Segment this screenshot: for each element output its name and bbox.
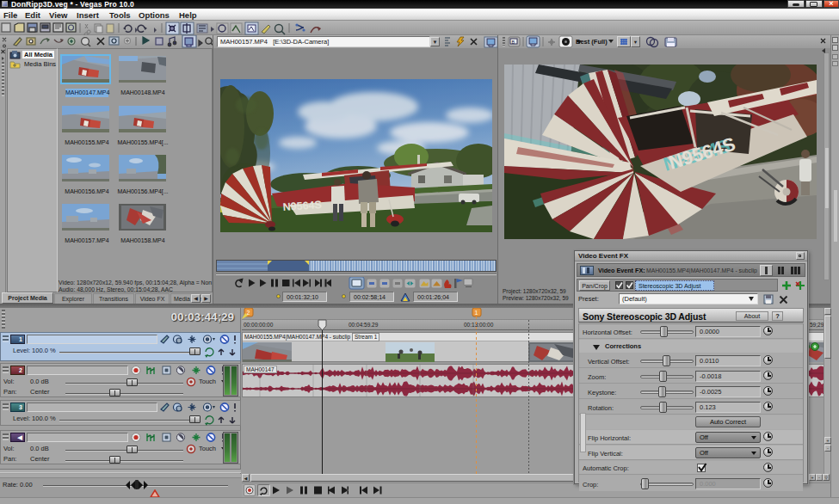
svg-text:2: 2 bbox=[247, 310, 250, 316]
svg-text:1: 1 bbox=[475, 310, 478, 316]
svg-text:B: B bbox=[512, 40, 515, 45]
